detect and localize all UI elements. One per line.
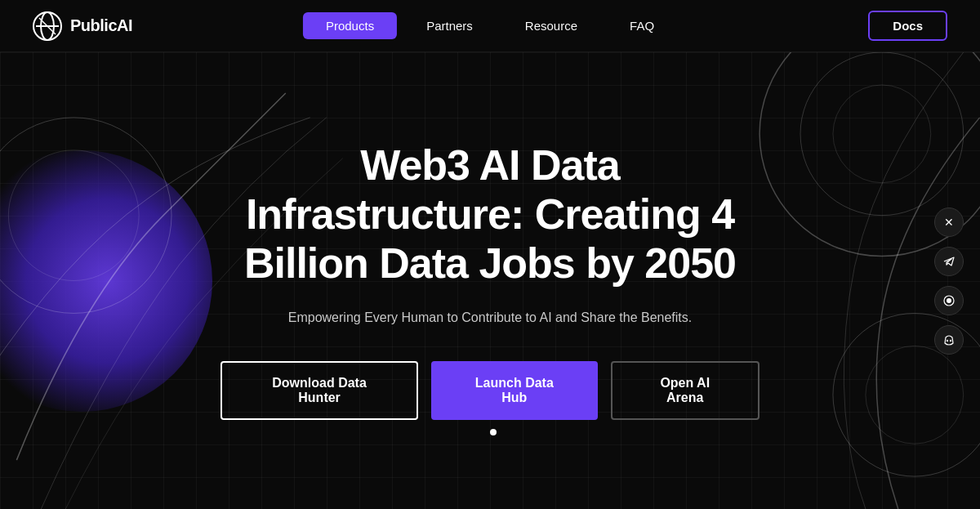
nav-partners[interactable]: Partners [403, 12, 496, 39]
hero-section: ✕ Web3 AI Data Infrastructure: Creating … [0, 52, 980, 509]
navbar: PublicAI Products Partners Resource FAQ … [0, 0, 980, 52]
hero-title: Web3 AI Data Infrastructure: Creating 4 … [220, 141, 760, 288]
twitter-icon[interactable]: ✕ [934, 208, 964, 237]
nav-links: Products Partners Resource FAQ [303, 12, 677, 39]
nav-faq[interactable]: FAQ [607, 12, 677, 39]
logo-text: PublicAI [70, 16, 132, 35]
docs-button[interactable]: Docs [868, 11, 947, 41]
svg-point-13 [947, 339, 948, 341]
telegram-icon[interactable] [934, 247, 964, 276]
nav-products[interactable]: Products [303, 12, 397, 39]
nav-resource[interactable]: Resource [502, 12, 600, 39]
logo-icon [33, 11, 62, 41]
svg-point-5 [8, 150, 139, 281]
svg-point-7 [800, 52, 964, 216]
open-ai-arena-button[interactable]: Open AI Arena [611, 361, 760, 420]
svg-point-12 [947, 298, 951, 303]
decorative-dot [490, 429, 497, 435]
hero-content: Web3 AI Data Infrastructure: Creating 4 … [204, 141, 776, 420]
download-data-hunter-button[interactable]: Download Data Hunter [220, 361, 418, 420]
launch-data-hub-button[interactable]: Launch Data Hub [431, 361, 597, 420]
svg-point-8 [833, 85, 931, 183]
hero-buttons: Download Data Hunter Launch Data Hub Ope… [220, 361, 760, 420]
hero-subtitle: Empowering Every Human to Contribute to … [220, 307, 760, 328]
video-icon[interactable] [934, 286, 964, 315]
logo[interactable]: PublicAI [33, 11, 132, 41]
discord-icon[interactable] [934, 325, 964, 355]
svg-point-14 [950, 339, 951, 341]
svg-point-4 [0, 118, 172, 314]
social-icons: ✕ [934, 208, 964, 355]
